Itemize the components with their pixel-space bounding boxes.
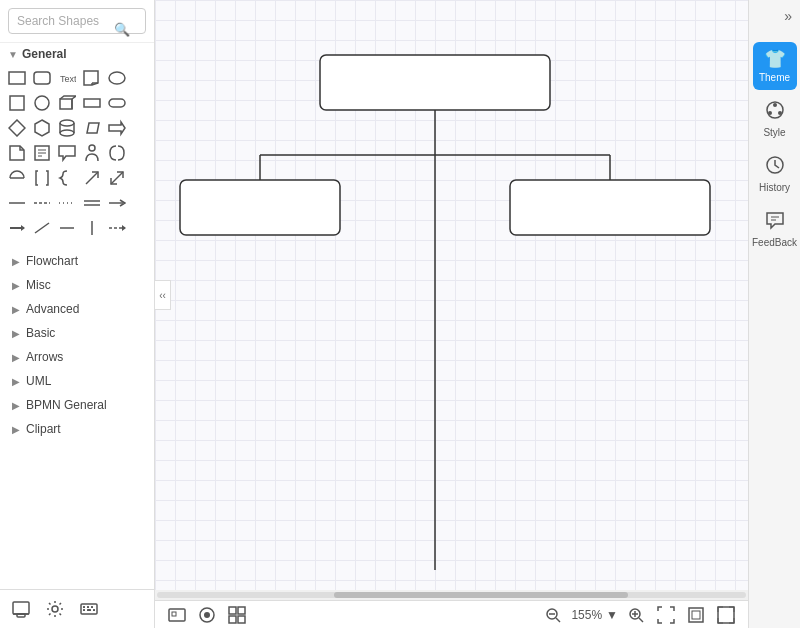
theme-icon: 👕 bbox=[764, 48, 786, 70]
shape-curly[interactable] bbox=[56, 167, 78, 189]
collapse-right-icon[interactable]: » bbox=[784, 8, 792, 24]
shape-parallelogram[interactable] bbox=[81, 117, 103, 139]
shape-line-diag1[interactable] bbox=[31, 217, 53, 239]
svg-rect-53 bbox=[320, 55, 550, 110]
zoom-in-btn[interactable] bbox=[624, 603, 648, 627]
shape-3d-box[interactable] bbox=[56, 92, 78, 114]
svg-marker-20 bbox=[109, 122, 125, 134]
shape-arrow-right[interactable] bbox=[106, 117, 128, 139]
svg-point-82 bbox=[778, 111, 782, 115]
sidebar-item-clipart[interactable]: ▶ Clipart bbox=[0, 417, 154, 441]
bpmn-arrow: ▶ bbox=[12, 400, 20, 411]
shape-callout[interactable] bbox=[56, 142, 78, 164]
shape-ellipse[interactable] bbox=[106, 67, 128, 89]
svg-rect-49 bbox=[91, 606, 93, 608]
shape-line-dotted[interactable] bbox=[56, 192, 78, 214]
sidebar-item-basic[interactable]: ▶ Basic bbox=[0, 321, 154, 345]
svg-rect-12 bbox=[109, 99, 125, 107]
zoom-dropdown-icon[interactable]: ▼ bbox=[606, 608, 618, 622]
shape-note[interactable] bbox=[31, 142, 53, 164]
scrollbar-thumb[interactable] bbox=[334, 592, 629, 598]
history-btn[interactable]: History bbox=[753, 149, 797, 200]
style-icon bbox=[765, 100, 785, 125]
scrollbar-track bbox=[157, 592, 746, 598]
keyboard-btn[interactable] bbox=[76, 596, 102, 622]
settings-btn[interactable] bbox=[42, 596, 68, 622]
flowchart-arrow: ▶ bbox=[12, 256, 20, 267]
sidebar-item-advanced[interactable]: ▶ Advanced bbox=[0, 297, 154, 321]
format-btn[interactable] bbox=[195, 603, 219, 627]
shape-arrow-line[interactable] bbox=[6, 217, 28, 239]
svg-marker-14 bbox=[35, 120, 49, 136]
svg-rect-59 bbox=[180, 180, 340, 235]
svg-rect-0 bbox=[9, 72, 25, 84]
general-arrow: ▼ bbox=[8, 49, 18, 60]
shape-rounded-rect[interactable] bbox=[31, 67, 53, 89]
svg-rect-60 bbox=[510, 180, 710, 235]
shape-text[interactable]: Text bbox=[56, 67, 78, 89]
svg-rect-66 bbox=[238, 607, 245, 614]
collapse-panel-btn[interactable]: ‹‹ bbox=[155, 280, 171, 310]
grid-btn[interactable] bbox=[225, 603, 249, 627]
zoom-out-btn[interactable] bbox=[541, 603, 565, 627]
page-settings-btn[interactable] bbox=[8, 596, 34, 622]
actual-size-btn[interactable] bbox=[684, 603, 708, 627]
style-btn[interactable]: Style bbox=[753, 94, 797, 145]
shape-doc[interactable] bbox=[6, 142, 28, 164]
sidebar-item-bpmn[interactable]: ▶ BPMN General bbox=[0, 393, 154, 417]
shape-stickynote[interactable] bbox=[81, 67, 103, 89]
search-bar: 🔍 bbox=[0, 0, 154, 43]
shape-rounded-wide[interactable] bbox=[106, 92, 128, 114]
theme-btn[interactable]: 👕 Theme bbox=[753, 42, 797, 90]
feedback-btn[interactable]: FeedBack bbox=[753, 204, 797, 255]
shape-line-dashed[interactable] bbox=[31, 192, 53, 214]
svg-rect-77 bbox=[692, 611, 700, 619]
shape-diamond[interactable] bbox=[6, 117, 28, 139]
fullscreen-btn[interactable] bbox=[714, 603, 738, 627]
svg-line-28 bbox=[111, 172, 123, 184]
diagram-svg bbox=[155, 0, 748, 590]
shape-line-double[interactable] bbox=[81, 192, 103, 214]
svg-line-73 bbox=[639, 618, 643, 622]
main-area: ‹‹ bbox=[155, 0, 748, 628]
shape-person[interactable] bbox=[81, 142, 103, 164]
shape-bracket[interactable] bbox=[106, 142, 128, 164]
shape-line-vert[interactable] bbox=[81, 217, 103, 239]
shape-bracket2[interactable] bbox=[31, 167, 53, 189]
svg-marker-41 bbox=[122, 225, 126, 231]
sidebar-item-misc[interactable]: ▶ Misc bbox=[0, 273, 154, 297]
shape-half-circle[interactable] bbox=[6, 167, 28, 189]
sidebar-item-flowchart[interactable]: ▶ Flowchart bbox=[0, 249, 154, 273]
shape-cylinder[interactable] bbox=[56, 117, 78, 139]
fit-page-btn[interactable] bbox=[654, 603, 678, 627]
svg-rect-68 bbox=[238, 616, 245, 623]
shape-line-diag2[interactable] bbox=[56, 217, 78, 239]
general-section-header[interactable]: ▼ General bbox=[0, 43, 154, 65]
arrows-label: Arrows bbox=[26, 350, 63, 364]
shape-hexagon[interactable] bbox=[31, 117, 53, 139]
svg-rect-42 bbox=[13, 602, 29, 614]
zoom-display[interactable]: 155% ▼ bbox=[571, 608, 618, 622]
map-btn[interactable] bbox=[165, 603, 189, 627]
shape-square[interactable] bbox=[6, 92, 28, 114]
shape-line-arrow[interactable] bbox=[106, 192, 128, 214]
sidebar-item-arrows[interactable]: ▶ Arrows bbox=[0, 345, 154, 369]
shape-line-solid[interactable] bbox=[6, 192, 28, 214]
svg-rect-51 bbox=[87, 609, 91, 611]
svg-line-27 bbox=[86, 172, 98, 184]
shape-wide-rect[interactable] bbox=[81, 92, 103, 114]
shape-diagonal-arrow[interactable] bbox=[81, 167, 103, 189]
shape-circle[interactable] bbox=[31, 92, 53, 114]
svg-point-81 bbox=[768, 111, 772, 115]
shape-rect[interactable] bbox=[6, 67, 28, 89]
svg-rect-62 bbox=[172, 612, 176, 616]
svg-marker-19 bbox=[87, 123, 99, 133]
shape-arrow-end[interactable] bbox=[106, 217, 128, 239]
collapse-right-btn: » bbox=[749, 8, 800, 38]
svg-rect-47 bbox=[83, 606, 85, 608]
sidebar-item-uml[interactable]: ▶ UML bbox=[0, 369, 154, 393]
canvas-area[interactable]: ‹‹ bbox=[155, 0, 748, 590]
horizontal-scrollbar[interactable] bbox=[155, 590, 748, 600]
shape-double-arrow[interactable] bbox=[106, 167, 128, 189]
arrows-arrow: ▶ bbox=[12, 352, 20, 363]
